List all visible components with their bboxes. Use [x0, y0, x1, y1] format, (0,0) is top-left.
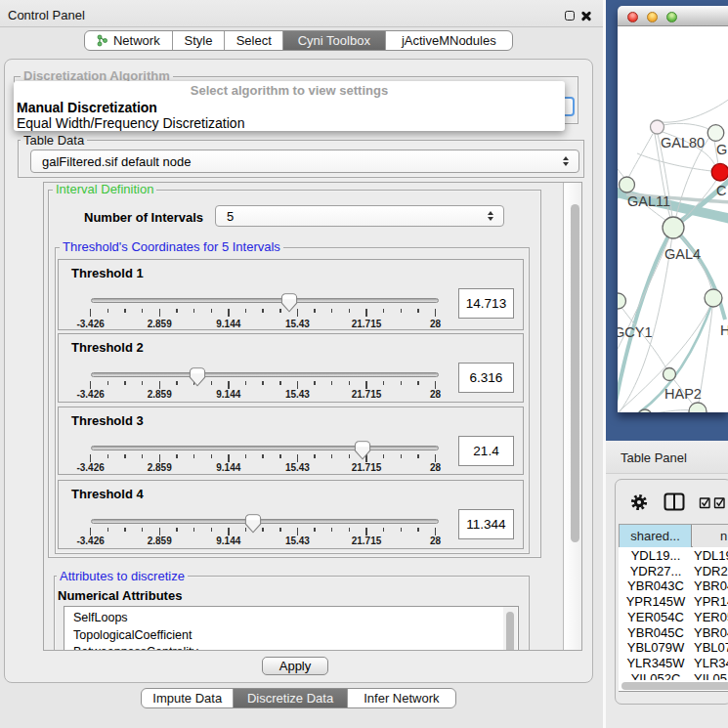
svg-text:H: H: [720, 322, 728, 338]
svg-text:C: C: [716, 183, 726, 198]
svg-text:GAL4: GAL4: [664, 246, 701, 262]
svg-text:GCY1: GCY1: [618, 324, 653, 340]
svg-text:GAL80: GAL80: [661, 135, 705, 150]
svg-text:HAP2: HAP2: [664, 386, 702, 402]
svg-text:GAL11: GAL11: [627, 193, 670, 209]
svg-text:G.: G.: [716, 142, 728, 157]
